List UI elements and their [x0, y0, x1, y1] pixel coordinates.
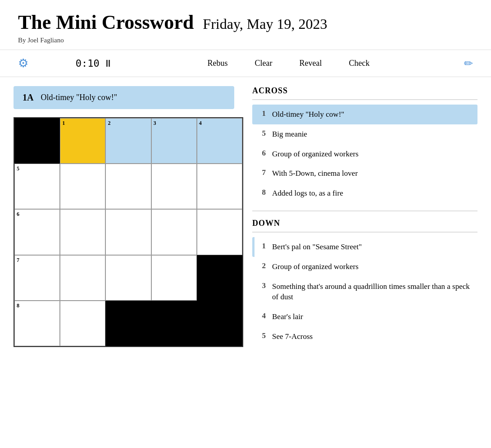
timer: 0:10 ⏸: [76, 58, 113, 69]
cell-number-3: 3: [154, 120, 156, 127]
grid-cell-15[interactable]: 7: [14, 255, 60, 301]
grid-cell-18[interactable]: [151, 255, 197, 301]
clue-text: With 5-Down, cinema lover: [272, 168, 472, 179]
clue-text: Added logs to, as a fire: [272, 188, 472, 199]
header: The Mini Crossword Friday, May 19, 2023 …: [0, 0, 491, 50]
cell-number-8: 8: [17, 302, 19, 309]
pause-icon[interactable]: ⏸: [103, 58, 113, 69]
cell-number-7: 7: [17, 257, 19, 264]
pencil-icon[interactable]: ✏: [464, 57, 473, 70]
clue-bar-label: 1A: [23, 92, 33, 103]
main-content: 1A Old-timey "Holy cow!" 12345678 ACROSS…: [0, 77, 491, 356]
across-clues-list: 1Old-timey "Holy cow!"5Big meanie6Group …: [252, 105, 477, 203]
check-button[interactable]: Check: [349, 59, 369, 68]
page-title: The Mini Crossword: [18, 11, 194, 34]
clue-bar-text: Old-timey "Holy cow!": [41, 93, 117, 102]
grid-cell-1[interactable]: 1: [60, 118, 105, 164]
gear-icon[interactable]: ⚙: [18, 56, 28, 70]
crossword-grid[interactable]: 12345678: [14, 117, 243, 347]
clue-text: Bear's lair: [272, 311, 472, 322]
timer-value: 0:10: [76, 58, 100, 69]
across-clue-1[interactable]: 1Old-timey "Holy cow!": [252, 105, 477, 124]
header-date: Friday, May 19, 2023: [203, 16, 327, 32]
byline: By Joel Fagliano: [18, 37, 473, 44]
clue-num: 5: [258, 331, 266, 340]
clue-num: 6: [258, 149, 266, 158]
grid-cell-5[interactable]: 5: [14, 164, 60, 209]
clue-num: 7: [258, 168, 266, 177]
clue-text: See 7-Across: [272, 331, 472, 342]
grid-cell-21[interactable]: [60, 301, 105, 346]
grid-cell-9[interactable]: [197, 164, 242, 209]
clues-divider: [252, 210, 477, 211]
clue-text: Group of organized workers: [272, 149, 472, 160]
grid-cell-22[interactable]: [105, 301, 151, 346]
clue-text: Bert's pal on "Sesame Street": [272, 242, 472, 252]
across-clue-5[interactable]: 5Big meanie: [252, 124, 477, 144]
clue-text: Something that's around a quadrillion ti…: [272, 281, 472, 303]
cell-number-1: 1: [62, 120, 65, 127]
grid-cell-14[interactable]: [197, 209, 242, 255]
clue-num: 4: [258, 311, 266, 320]
grid-cell-13[interactable]: [151, 209, 197, 255]
clue-text: Big meanie: [272, 129, 472, 140]
cell-number-4: 4: [199, 120, 202, 127]
grid-cell-23[interactable]: [151, 301, 197, 346]
across-clue-7[interactable]: 7With 5-Down, cinema lover: [252, 164, 477, 183]
grid-cell-24[interactable]: [197, 301, 242, 346]
down-clue-5[interactable]: 5See 7-Across: [252, 327, 477, 347]
grid-cell-7[interactable]: [105, 164, 151, 209]
grid-cell-2[interactable]: 2: [105, 118, 151, 164]
toolbar: ⚙ 0:10 ⏸ Rebus Clear Reveal Check ✏: [0, 50, 491, 77]
grid-cell-3[interactable]: 3: [151, 118, 197, 164]
clue-num: 1: [258, 242, 266, 251]
clue-num: 3: [258, 281, 266, 290]
grid-cell-16[interactable]: [60, 255, 105, 301]
down-title: DOWN: [252, 219, 477, 233]
grid-cell-17[interactable]: [105, 255, 151, 301]
down-clue-1[interactable]: 1Bert's pal on "Sesame Street": [252, 237, 477, 257]
across-clue-8[interactable]: 8Added logs to, as a fire: [252, 183, 477, 203]
across-clue-6[interactable]: 6Group of organized workers: [252, 144, 477, 164]
grid-cell-20[interactable]: 8: [14, 301, 60, 346]
cell-number-5: 5: [17, 165, 19, 172]
grid-cell-19[interactable]: [197, 255, 242, 301]
grid-cell-4[interactable]: 4: [197, 118, 242, 164]
cell-number-6: 6: [17, 211, 19, 218]
clue-text: Old-timey "Holy cow!": [272, 109, 472, 120]
grid-cell-8[interactable]: [151, 164, 197, 209]
crossword-panel: 1A Old-timey "Holy cow!" 12345678: [0, 77, 243, 356]
grid-cell-11[interactable]: [60, 209, 105, 255]
active-clue-bar: 1A Old-timey "Holy cow!": [14, 86, 234, 109]
toolbar-actions: Rebus Clear Reveal Check: [207, 59, 369, 68]
down-clues-list: 1Bert's pal on "Sesame Street"2Group of …: [252, 237, 477, 347]
grid-cell-12[interactable]: [105, 209, 151, 255]
grid-cell-6[interactable]: [60, 164, 105, 209]
reveal-button[interactable]: Reveal: [299, 59, 322, 68]
clue-num: 5: [258, 129, 266, 138]
grid-cell-0[interactable]: [14, 118, 60, 164]
clue-num: 2: [258, 261, 266, 270]
rebus-button[interactable]: Rebus: [207, 59, 227, 68]
clue-text: Group of organized workers: [272, 261, 472, 272]
down-clue-3[interactable]: 3Something that's around a quadrillion t…: [252, 277, 477, 307]
clue-num: 1: [258, 109, 266, 118]
cell-number-2: 2: [108, 120, 110, 127]
clues-panel: ACROSS 1Old-timey "Holy cow!"5Big meanie…: [243, 77, 491, 356]
grid-cell-10[interactable]: 6: [14, 209, 60, 255]
down-clue-2[interactable]: 2Group of organized workers: [252, 257, 477, 277]
clear-button[interactable]: Clear: [255, 59, 272, 68]
across-title: ACROSS: [252, 86, 477, 100]
clue-num: 8: [258, 188, 266, 197]
down-clue-4[interactable]: 4Bear's lair: [252, 307, 477, 327]
